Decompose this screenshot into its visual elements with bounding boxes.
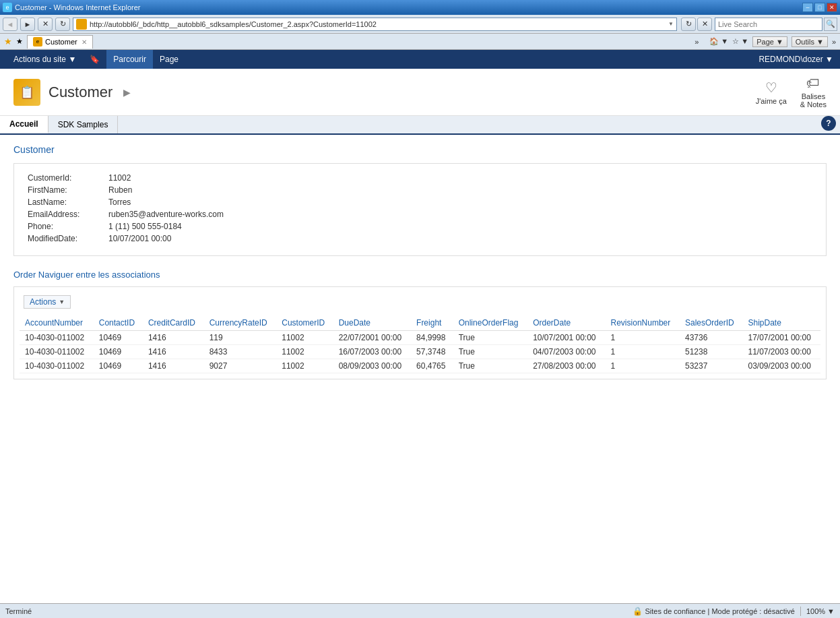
tags-notes-button[interactable]: 🏷 Balises& Notes (800, 75, 827, 109)
tab-sdk-samples-label: SDK Samples (58, 120, 108, 129)
table-cell: 119 (204, 331, 277, 345)
stop-button[interactable]: ✕ (38, 18, 53, 31)
like-button[interactable]: ♡ J'aime ça (756, 80, 787, 105)
table-cell: 08/09/2003 00:00 (333, 359, 411, 373)
col-due-date[interactable]: DueDate (333, 315, 411, 331)
page-icon (76, 19, 87, 30)
table-cell: 1 (606, 345, 680, 359)
tab-accueil-label: Accueil (9, 119, 38, 129)
like-icon: ♡ (765, 80, 777, 96)
table-cell: 1 (606, 359, 680, 373)
first-name-value: Ruben (108, 185, 132, 195)
page-tab[interactable]: Page (153, 50, 185, 69)
page-header-icon: 📋 (13, 79, 40, 106)
page-extras: » 🏠 ▼ ☆ ▼ Page ▼ Outils ▼ » (694, 36, 836, 47)
col-freight[interactable]: Freight (411, 315, 453, 331)
tools-menu[interactable]: Outils ▼ (791, 36, 828, 47)
bookmark-icon: 🔖 (90, 55, 100, 64)
customer-detail-box: CustomerId: 11002 FirstName: Ruben LastN… (13, 163, 827, 256)
home-icon[interactable]: 🏠 ▼ (709, 37, 728, 46)
address-bar[interactable]: http://autobbl6/_bdc/http__autobbl6_sdks… (73, 18, 677, 31)
actions-dropdown[interactable]: Actions ▼ (24, 295, 71, 309)
order-section-title: Order Naviguer entre les associations (13, 270, 827, 280)
table-cell: 17/07/2001 00:00 (743, 331, 821, 345)
table-cell: 03/09/2003 00:00 (743, 359, 821, 373)
maximize-button[interactable]: □ (814, 3, 825, 12)
parcourir-tab[interactable]: Parcourir (106, 50, 153, 69)
table-cell: 11002 (276, 345, 333, 359)
actions-label: Actions (30, 297, 56, 307)
col-online-order-flag[interactable]: OnlineOrderFlag (453, 315, 527, 331)
minimize-button[interactable]: – (802, 3, 813, 12)
close-button[interactable]: ✕ (827, 3, 837, 12)
sp-toolbar: Actions du site ▼ 🔖 Parcourir Page REDMO… (0, 50, 840, 69)
table-cell: 10-4030-011002 (20, 331, 94, 345)
tab-title: Customer (45, 38, 77, 46)
email-row: EmailAddress: ruben35@adventure-works.co… (28, 210, 812, 219)
user-menu[interactable]: REDMOND\dozer ▼ (758, 55, 833, 64)
forward-button[interactable]: ► (20, 18, 35, 31)
col-sales-order-id[interactable]: SalesOrderID (680, 315, 743, 331)
table-cell: 27/08/2003 00:00 (527, 359, 605, 373)
help-button[interactable]: ? (821, 116, 836, 131)
customer-section-title: Customer (13, 144, 827, 155)
tools-icon[interactable]: Page ▼ (752, 36, 787, 47)
bookmark-icon-button[interactable]: 🔖 (83, 50, 106, 69)
table-cell: 10469 (94, 345, 143, 359)
table-row: 10-4030-0110021046914161191100222/07/200… (20, 331, 820, 345)
refresh-button[interactable]: ↻ (55, 18, 70, 31)
page-label: Page (160, 55, 179, 64)
col-credit-card-id[interactable]: CreditCardID (143, 315, 204, 331)
tags-label: Balises& Notes (800, 92, 827, 109)
extra-arrow-icon: » (832, 38, 836, 46)
table-cell: 10/07/2001 00:00 (527, 331, 605, 345)
table-cell: 11/07/2003 00:00 (743, 345, 821, 359)
col-ship-date[interactable]: ShipDate (743, 315, 821, 331)
table-cell: 8433 (204, 345, 277, 359)
favorites-star-icon[interactable]: ★ (4, 36, 12, 47)
table-cell: 10469 (94, 331, 143, 345)
table-header-row: AccountNumber ContactID CreditCardID Cur… (20, 315, 820, 331)
tab-icon: e (33, 37, 42, 47)
order-table: AccountNumber ContactID CreditCardID Cur… (20, 315, 820, 373)
table-cell: 10-4030-011002 (20, 345, 94, 359)
table-cell: 10-4030-011002 (20, 359, 94, 373)
last-name-label: LastName: (28, 197, 108, 207)
refresh-nav-button[interactable]: ↻ (681, 18, 696, 31)
table-cell: 43736 (680, 331, 743, 345)
add-favorites-icon[interactable]: ★ (16, 37, 23, 46)
phone-label: Phone: (28, 222, 108, 231)
tab-accueil[interactable]: Accueil (0, 116, 49, 133)
back-button[interactable]: ◄ (3, 18, 18, 31)
actions-du-site-menu[interactable]: Actions du site ▼ (7, 50, 83, 69)
col-contact-id[interactable]: ContactID (94, 315, 143, 331)
col-revision-number[interactable]: RevisionNumber (606, 315, 680, 331)
search-button[interactable]: 🔍 (824, 18, 837, 31)
customer-id-value: 11002 (108, 173, 131, 183)
col-customer-id[interactable]: CustomerID (276, 315, 333, 331)
favorites-menu-icon[interactable]: ☆ ▼ (732, 37, 748, 46)
search-input[interactable] (715, 18, 822, 31)
col-order-date[interactable]: OrderDate (527, 315, 605, 331)
table-cell: True (453, 359, 527, 373)
favorites-tab-customer[interactable]: e Customer ✕ (27, 35, 93, 49)
main-content: Customer CustomerId: 11002 FirstName: Ru… (0, 135, 840, 591)
favorites-bar: ★ ★ e Customer ✕ » 🏠 ▼ ☆ ▼ Page ▼ Outils… (0, 34, 840, 50)
stop-nav-button[interactable]: ✕ (697, 18, 712, 31)
table-row: 10-4030-01100210469141690271100208/09/20… (20, 359, 820, 373)
table-cell: 04/07/2003 00:00 (527, 345, 605, 359)
table-cell: 1416 (143, 359, 204, 373)
col-account-number[interactable]: AccountNumber (20, 315, 94, 331)
col-currency-rate-id[interactable]: CurrencyRateID (204, 315, 277, 331)
tab-close-icon[interactable]: ✕ (82, 38, 87, 46)
like-label: J'aime ça (756, 97, 787, 105)
first-name-row: FirstName: Ruben (28, 185, 812, 195)
customer-id-label: CustomerId: (28, 173, 108, 183)
double-arrow-icon: » (694, 38, 699, 46)
first-name-label: FirstName: (28, 185, 108, 195)
ribbon: Accueil SDK Samples ? (0, 116, 840, 135)
modified-date-value: 10/07/2001 00:00 (108, 234, 171, 243)
table-cell: 1416 (143, 345, 204, 359)
tab-sdk-samples[interactable]: SDK Samples (49, 116, 119, 133)
address-dropdown-arrow[interactable]: ▼ (668, 21, 674, 27)
